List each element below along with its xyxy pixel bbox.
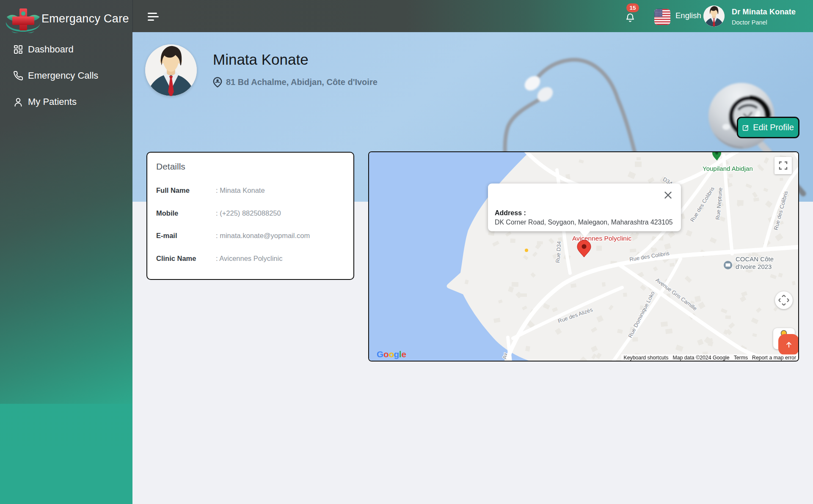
svg-text:Av: Av [501, 352, 508, 360]
svg-text:COCAN Côte: COCAN Côte [736, 255, 774, 263]
svg-text:d'Ivoire 2023: d'Ivoire 2023 [736, 263, 772, 270]
svg-text:Youpiland Abidjan: Youpiland Abidjan [703, 165, 753, 172]
